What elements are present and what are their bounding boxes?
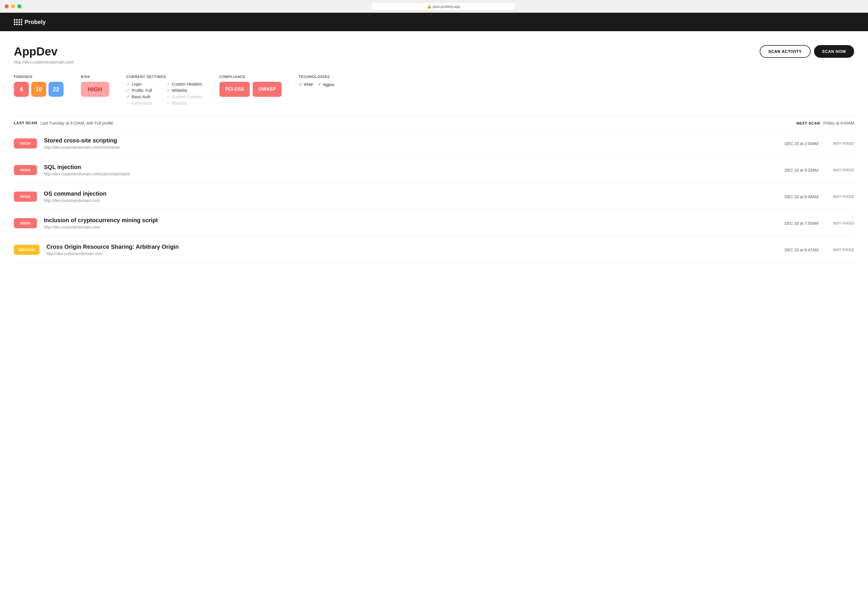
finding-date: DEC 20 at 9:23AM bbox=[772, 168, 818, 173]
findings-low-badge: 22 bbox=[49, 82, 63, 97]
compliance-badges: PCI-DSS OWASP bbox=[220, 82, 281, 97]
app-url: http://dev.customerdomain.com bbox=[14, 59, 74, 64]
logo-text: Probely bbox=[25, 19, 46, 25]
finding-title: Stored cross-site scripting bbox=[44, 137, 765, 144]
findings-section: FINDINGS 4 10 22 bbox=[14, 75, 63, 97]
finding-title: SQL injection bbox=[44, 164, 765, 170]
findings-high-badge: 4 bbox=[14, 82, 29, 97]
next-scan-info: NEXT SCAN Friday at 4:00AM bbox=[796, 121, 854, 126]
last-scan-label: LAST SCAN bbox=[14, 121, 37, 126]
finding-row[interactable]: HIGH Inclusion of cryptocurrency mining … bbox=[14, 210, 854, 237]
finding-title: Cross Origin Resource Sharing: Arbitrary… bbox=[46, 244, 765, 250]
technologies-section: TECHNOLOGIES ✓ PHP ✓ Nginx bbox=[299, 75, 334, 87]
findings-badges: 4 10 22 bbox=[14, 82, 63, 97]
finding-url: http://dev.customerdomain.com bbox=[44, 198, 765, 203]
pci-dss-badge[interactable]: PCI-DSS bbox=[220, 82, 250, 97]
stats-row: FINDINGS 4 10 22 RISK HIGH CURRENT SETTI… bbox=[14, 75, 854, 105]
last-scan-info: LAST SCAN Last Tuesday at 9:23AM, with F… bbox=[14, 121, 113, 126]
compliance-label: COMPLIANCE bbox=[220, 75, 281, 79]
finding-row[interactable]: HIGH OS command injection http://dev.cus… bbox=[14, 183, 854, 210]
app-info: AppDev http://dev.customerdomain.com bbox=[14, 45, 74, 64]
finding-title: Inclusion of cryptocurrency mining scrip… bbox=[44, 217, 765, 224]
finding-info: Inclusion of cryptocurrency mining scrip… bbox=[44, 217, 765, 229]
setting-basic-auth: ✓ Basic Auth bbox=[127, 95, 162, 99]
setting-custom-headers: ✓ Custom Headers bbox=[167, 82, 202, 86]
finding-row[interactable]: MEDIUM Cross Origin Resource Sharing: Ar… bbox=[14, 237, 854, 263]
severity-badge: HIGH bbox=[14, 218, 37, 228]
finding-date: DEC 20 at 2:00AM bbox=[772, 141, 818, 146]
url-text: plus.probely.app bbox=[433, 4, 460, 9]
next-scan-label: NEXT SCAN bbox=[796, 121, 820, 126]
finding-status: NOT FIXED bbox=[825, 141, 854, 146]
top-nav: Probely bbox=[0, 13, 868, 31]
setting-login-label: Login bbox=[132, 82, 142, 86]
setting-custom-cookies: ✓ Custom Cookies bbox=[167, 95, 202, 99]
finding-title: OS command injection bbox=[44, 191, 765, 197]
findings-label: FINDINGS bbox=[14, 75, 63, 79]
findings-medium-badge: 10 bbox=[31, 82, 46, 97]
tech-php-label: PHP bbox=[304, 82, 313, 87]
finding-info: Cross Origin Resource Sharing: Arbitrary… bbox=[46, 244, 765, 256]
check-icon: ✓ bbox=[127, 82, 130, 86]
last-scan-value: Last Tuesday at 9:23AM, with Full profil… bbox=[40, 121, 113, 126]
setting-blacklist-label: Blacklist bbox=[172, 101, 186, 105]
finding-url: http://dev.customerdomain.com/comments bbox=[44, 145, 765, 150]
minimize-button[interactable] bbox=[11, 4, 15, 8]
finding-info: SQL injection http://dev.customerdomain.… bbox=[44, 164, 765, 176]
setting-whitelist: ✓ Whitelist bbox=[167, 88, 202, 93]
scan-activity-button[interactable]: SCAN ACTIVITY bbox=[760, 45, 810, 58]
finding-url: http://dev.customerdomain.com bbox=[46, 251, 765, 256]
setting-custom-cookies-label: Custom Cookies bbox=[172, 95, 202, 99]
app-header: AppDev http://dev.customerdomain.com SCA… bbox=[14, 45, 854, 64]
finding-date: DEC 20 at 8:47AM bbox=[772, 248, 818, 252]
risk-section: RISK HIGH bbox=[81, 75, 109, 97]
finding-row[interactable]: HIGH SQL injection http://dev.customerdo… bbox=[14, 157, 854, 183]
close-button[interactable] bbox=[4, 4, 9, 8]
finding-row[interactable]: HIGH Stored cross-site scripting http://… bbox=[14, 130, 854, 157]
url-bar[interactable]: 🔒 plus.probely.app bbox=[371, 2, 516, 10]
check-icon-inactive: ✓ bbox=[127, 101, 130, 105]
next-scan-value: Friday at 4:00AM bbox=[823, 121, 854, 126]
finding-url: http://dev.customerdomain.com bbox=[44, 225, 765, 229]
setting-login: ✓ Login bbox=[127, 82, 162, 86]
app-title: AppDev bbox=[14, 45, 74, 58]
severity-badge: HIGH bbox=[14, 192, 37, 202]
setting-extra-hosts: ✓ Extra Hosts bbox=[127, 101, 162, 105]
setting-whitelist-label: Whitelist bbox=[172, 88, 187, 93]
check-icon: ✓ bbox=[127, 88, 130, 93]
setting-basic-auth-label: Basic Auth bbox=[132, 95, 151, 99]
tech-list: ✓ PHP ✓ Nginx bbox=[299, 82, 334, 87]
finding-status: NOT FIXED bbox=[825, 168, 854, 172]
maximize-button[interactable] bbox=[17, 4, 21, 8]
severity-badge: HIGH bbox=[14, 165, 37, 175]
settings-label: CURRENT SETTINGS bbox=[127, 75, 202, 79]
finding-url: http://dev.customerdomain.com/users/user… bbox=[44, 172, 765, 176]
check-icon-inactive: ✓ bbox=[167, 95, 170, 99]
severity-badge: MEDIUM bbox=[14, 245, 40, 255]
settings-section: CURRENT SETTINGS ✓ Login ✓ Custom Header… bbox=[127, 75, 202, 105]
findings-list: HIGH Stored cross-site scripting http://… bbox=[14, 130, 854, 263]
check-icon-green: ✓ bbox=[299, 82, 303, 87]
risk-label: RISK bbox=[81, 75, 109, 79]
scan-now-button[interactable]: SCAN NOW bbox=[814, 45, 854, 58]
logo[interactable]: Probely bbox=[14, 19, 46, 25]
technologies-label: TECHNOLOGIES bbox=[299, 75, 334, 79]
check-icon: ✓ bbox=[167, 88, 170, 93]
compliance-section: COMPLIANCE PCI-DSS OWASP bbox=[220, 75, 281, 97]
check-icon: ✓ bbox=[167, 82, 170, 86]
check-icon-green: ✓ bbox=[317, 82, 321, 87]
owasp-badge[interactable]: OWASP bbox=[252, 82, 282, 97]
setting-extra-hosts-label: Extra Hosts bbox=[132, 101, 152, 105]
finding-status: NOT FIXED bbox=[825, 221, 854, 225]
tech-nginx-label: Nginx bbox=[323, 82, 334, 87]
finding-date: DEC 20 at 8:48AM bbox=[772, 194, 818, 199]
settings-grid: ✓ Login ✓ Custom Headers ✓ Profile: Full… bbox=[127, 82, 202, 105]
setting-blacklist: ✓ Blacklist bbox=[167, 101, 202, 105]
lock-icon: 🔒 bbox=[427, 4, 432, 9]
tech-nginx: ✓ Nginx bbox=[317, 82, 334, 87]
tech-php: ✓ PHP bbox=[299, 82, 313, 87]
check-icon-inactive: ✓ bbox=[167, 101, 170, 105]
finding-status: NOT FIXED bbox=[825, 248, 854, 252]
header-actions: SCAN ACTIVITY SCAN NOW bbox=[760, 45, 854, 58]
finding-info: Stored cross-site scripting http://dev.c… bbox=[44, 137, 765, 150]
